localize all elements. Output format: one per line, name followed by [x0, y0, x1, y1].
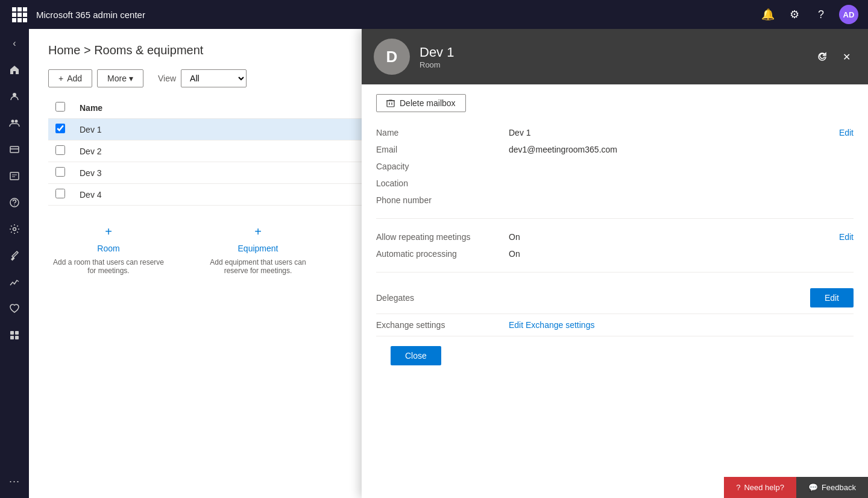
svg-point-0 — [13, 93, 16, 96]
app-title: Microsoft 365 admin center — [36, 10, 760, 20]
capacity-field-label: Capacity — [376, 162, 509, 171]
sidebar-item-more[interactable]: ··· — [2, 469, 27, 493]
row-checkbox[interactable] — [55, 145, 65, 155]
name-row: Name Dev 1 Edit — [376, 124, 854, 141]
top-bar: Microsoft 365 admin center 🔔 ⚙ ? AD — [0, 0, 868, 29]
need-help-button[interactable]: ? Need help? — [724, 477, 796, 498]
topbar-actions: 🔔 ⚙ ? AD — [760, 5, 858, 24]
delegates-label: Delegates — [376, 293, 509, 303]
sidebar-toggle[interactable]: ‹ — [2, 34, 27, 53]
panel-type: Room — [420, 60, 803, 69]
exchange-settings-link[interactable]: Edit Exchange settings — [509, 320, 594, 330]
layout: ‹ — [0, 29, 868, 498]
add-equipment-description: Add equipment that users can reserve for… — [198, 258, 318, 275]
detail-panel: D Dev 1 Room ✕ Delete mailbox — [362, 29, 868, 498]
view-label: View — [158, 74, 176, 83]
svg-rect-5 — [10, 172, 19, 180]
exchange-settings-label: Exchange settings — [376, 320, 509, 330]
allow-repeating-row: Allow repeating meetings On Edit — [376, 229, 854, 245]
delegates-edit-button[interactable]: Edit — [810, 288, 854, 307]
add-equipment-label: Equipment — [238, 244, 278, 253]
name-field-label: Name — [376, 128, 509, 137]
email-field-value: dev1@meetingroom365.com — [509, 145, 854, 154]
view-select[interactable]: All Rooms Equipment — [181, 69, 247, 87]
name-field-value: Dev 1 — [509, 128, 839, 137]
delete-mailbox-button[interactable]: Delete mailbox — [376, 94, 466, 112]
panel-close-action-button[interactable]: Close — [391, 346, 441, 365]
add-plus-icon: + — [58, 74, 63, 83]
chevron-down-icon: ▾ — [129, 74, 133, 83]
row-checkbox[interactable] — [55, 189, 65, 198]
sidebar-item-users[interactable] — [2, 84, 27, 109]
breadcrumb-separator: > — [84, 43, 91, 57]
add-button[interactable]: + Add — [48, 69, 92, 87]
panel-name: Dev 1 — [420, 45, 803, 60]
panel-close-button[interactable]: ✕ — [837, 47, 856, 66]
more-button[interactable]: More ▾ — [97, 69, 143, 87]
allow-repeating-label: Allow repeating meetings — [376, 232, 509, 242]
delegates-section: Delegates Edit — [376, 282, 854, 314]
sidebar-item-support[interactable] — [2, 191, 27, 215]
email-row: Email dev1@meetingroom365.com — [376, 141, 854, 158]
svg-point-8 — [14, 204, 15, 206]
svg-rect-10 — [10, 331, 14, 335]
svg-rect-11 — [15, 331, 19, 335]
svg-rect-12 — [10, 336, 14, 339]
sidebar-item-health[interactable] — [2, 297, 27, 321]
automatic-processing-row: Automatic processing On — [376, 245, 854, 262]
automatic-processing-label: Automatic processing — [376, 249, 509, 259]
svg-rect-14 — [387, 101, 394, 107]
sidebar: ‹ — [0, 29, 29, 498]
breadcrumb-current: Rooms & equipment — [94, 43, 203, 57]
sidebar-item-billing[interactable] — [2, 137, 27, 162]
help-icon-small: ? — [736, 483, 740, 492]
need-help-label: Need help? — [744, 483, 784, 492]
sidebar-item-admin-centers[interactable] — [2, 323, 27, 347]
select-all-checkbox[interactable] — [55, 102, 65, 112]
notifications-icon[interactable]: 🔔 — [760, 6, 776, 23]
feedback-button[interactable]: 💬 Feedback — [796, 477, 868, 498]
feedback-label: Feedback — [822, 483, 856, 492]
panel-title-block: Dev 1 Room — [420, 45, 803, 69]
phone-field-label: Phone number — [376, 195, 509, 205]
settings-icon[interactable]: ⚙ — [786, 6, 803, 23]
name-edit-link[interactable]: Edit — [839, 128, 854, 137]
add-equipment-option[interactable]: + Equipment Add equipment that users can… — [198, 225, 318, 275]
row-checkbox[interactable] — [55, 124, 65, 133]
panel-body: Delete mailbox Name Dev 1 Edit Email dev… — [362, 84, 868, 498]
svg-point-1 — [11, 120, 14, 123]
row-checkbox[interactable] — [55, 167, 65, 177]
email-field-label: Email — [376, 145, 509, 154]
waffle-menu[interactable] — [10, 5, 29, 24]
capacity-row: Capacity — [376, 158, 854, 175]
settings-edit-link[interactable]: Edit — [839, 232, 854, 242]
svg-point-9 — [13, 228, 16, 231]
location-row: Location — [376, 175, 854, 192]
more-label: More — [107, 74, 127, 83]
panel-close-bar: Close — [376, 336, 854, 375]
sidebar-item-groups[interactable] — [2, 111, 27, 135]
add-equipment-plus-icon: + — [254, 225, 262, 239]
svg-rect-3 — [10, 147, 19, 153]
add-room-description: Add a room that users can reserve for me… — [48, 258, 169, 275]
location-field-label: Location — [376, 178, 509, 188]
sidebar-item-home[interactable] — [2, 58, 27, 82]
breadcrumb-home[interactable]: Home — [48, 43, 80, 57]
sidebar-item-reports[interactable] — [2, 270, 27, 294]
avatar[interactable]: AD — [839, 5, 858, 24]
add-room-plus-icon: + — [105, 225, 112, 239]
basic-info-section: Name Dev 1 Edit Email dev1@meetingroom36… — [376, 124, 854, 219]
delete-mailbox-label: Delete mailbox — [400, 98, 456, 108]
add-label: Add — [67, 74, 82, 83]
panel-refresh-button[interactable] — [813, 47, 832, 66]
add-room-option[interactable]: + Room Add a room that users can reserve… — [48, 225, 169, 275]
allow-repeating-value: On — [509, 232, 839, 242]
feedback-icon: 💬 — [808, 483, 818, 492]
automatic-processing-value: On — [509, 249, 854, 259]
sidebar-item-settings[interactable] — [2, 217, 27, 241]
help-icon[interactable]: ? — [813, 6, 829, 23]
settings-section: Allow repeating meetings On Edit Automat… — [376, 229, 854, 273]
sidebar-item-tools[interactable] — [2, 244, 27, 268]
panel-avatar: D — [374, 39, 410, 75]
sidebar-item-subscriptions[interactable] — [2, 164, 27, 188]
